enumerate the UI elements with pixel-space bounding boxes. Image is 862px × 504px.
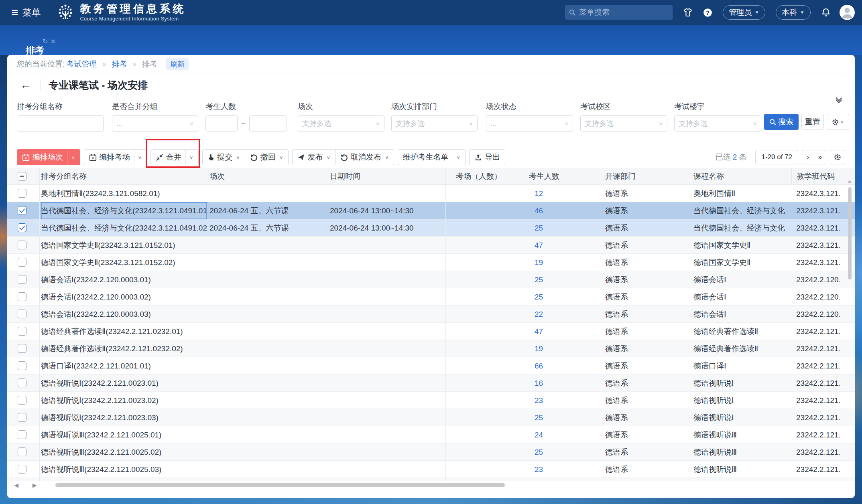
table-row[interactable]: 当代德国社会、经济与文化(23242.3.121.0491.02)2024-06… — [7, 219, 855, 237]
column-header-datetime[interactable]: 日期时间 — [330, 168, 445, 185]
breadcrumb-link-exam-mgmt[interactable]: 考试管理 — [66, 59, 97, 69]
search-button[interactable]: 搜索 — [764, 114, 799, 130]
table-row[interactable]: 德语视听说Ⅲ(23242.2.121.0025.01)24德语系德语视听说Ⅲ23… — [7, 426, 855, 443]
table-row[interactable]: 德语视听说Ⅰ(23242.2.121.0023.01)16德语系德语视听说Ⅰ23… — [7, 374, 855, 392]
column-header-session[interactable]: 场次 — [209, 168, 328, 185]
row-checkbox[interactable] — [18, 396, 26, 405]
toolbar-button-3[interactable]: 合并∨ — [150, 149, 199, 165]
table-row[interactable]: 德语会话Ⅰ(23242.2.120.0003.03)22德语系德语会话Ⅰ2324… — [7, 306, 855, 323]
cell-students[interactable]: 66 — [529, 357, 604, 374]
row-checkbox[interactable] — [18, 430, 26, 439]
toolbar-button-7[interactable]: 取消发布∨ — [335, 149, 394, 165]
table-row[interactable]: 德语视听说Ⅲ(23242.2.121.0025.02)25德语系德语视听说Ⅲ23… — [7, 443, 855, 461]
filter-input[interactable] — [17, 115, 104, 132]
tab-close-icon[interactable]: ✕ — [50, 38, 55, 45]
filter-min-input[interactable] — [205, 115, 238, 132]
cell-students[interactable]: 19 — [529, 340, 604, 357]
cell-students[interactable]: 24 — [529, 426, 604, 443]
toolbar-button-4[interactable]: 提交∨ — [202, 149, 246, 165]
column-header-course[interactable]: 课程名称 — [693, 168, 795, 185]
horizontal-scrollbar-thumb[interactable] — [55, 483, 505, 487]
cell-students[interactable]: 23 — [529, 392, 604, 409]
column-header-students[interactable]: 考生人数 — [529, 168, 604, 185]
user-avatar[interactable] — [840, 5, 855, 20]
row-checkbox[interactable] — [18, 292, 26, 301]
menu-label[interactable]: 菜单 — [22, 6, 41, 19]
refresh-button[interactable]: 刷新 — [166, 58, 189, 70]
toolbar-button-2[interactable]: 编排考场∨ — [84, 149, 147, 165]
chevron-down-icon[interactable]: ∨ — [457, 155, 461, 159]
cell-students[interactable]: 12 — [529, 185, 604, 202]
level-switcher[interactable]: 本科▼ — [776, 5, 811, 20]
cell-students[interactable]: 25 — [529, 288, 604, 306]
row-checkbox[interactable] — [18, 223, 26, 232]
column-header-room[interactable]: 考场（人数） — [456, 168, 527, 185]
cell-students[interactable]: 23 — [529, 461, 604, 478]
toolbar-button-6[interactable]: 发布∨ — [292, 149, 336, 165]
row-checkbox[interactable] — [18, 275, 26, 284]
chevron-down-icon[interactable]: ∨ — [138, 155, 142, 159]
toolbar-button-9[interactable]: 导出 — [469, 149, 505, 165]
row-checkbox[interactable] — [18, 206, 26, 215]
back-arrow-icon[interactable]: ← — [20, 79, 31, 91]
row-checkbox[interactable] — [18, 241, 26, 249]
filter-select[interactable]: 支持多选∨ — [674, 115, 761, 132]
notification-bell-icon[interactable] — [821, 8, 831, 17]
cell-students[interactable]: 25 — [529, 409, 604, 426]
table-row[interactable]: 德语国家文学史Ⅱ(23242.3.121.0152.01)47德语系德语国家文学… — [7, 237, 855, 254]
table-row[interactable]: 德语会话Ⅰ(23242.2.120.0003.01)25德语系德语会话Ⅰ2324… — [7, 271, 855, 288]
row-checkbox[interactable] — [18, 361, 26, 370]
filter-select[interactable]: 支持多选∨ — [391, 115, 478, 132]
filter-settings-button[interactable]: ∨ — [827, 114, 849, 130]
scroll-up-arrow[interactable] — [847, 180, 852, 183]
cell-students[interactable]: 25 — [529, 219, 604, 237]
cell-students[interactable]: 47 — [529, 237, 604, 254]
row-checkbox[interactable] — [18, 310, 26, 318]
reset-button[interactable]: 重置 — [801, 114, 824, 130]
cell-students[interactable]: 22 — [529, 306, 604, 323]
filter-select[interactable]: ...∨ — [112, 115, 198, 132]
table-row[interactable]: 德语口译Ⅰ(23242.2.121.0201.01)66德语系德语口译Ⅰ2324… — [7, 357, 855, 374]
filter-select[interactable]: ...∨ — [486, 115, 573, 132]
scroll-left-icon[interactable]: ◀ — [14, 482, 18, 488]
row-checkbox[interactable] — [18, 189, 26, 198]
cell-students[interactable]: 46 — [529, 202, 604, 219]
select-all-checkbox[interactable] — [18, 172, 26, 181]
table-row[interactable]: 德语视听说Ⅰ(23242.2.121.0023.02)23德语系德语视听说Ⅰ23… — [7, 392, 855, 409]
scroll-right-icon[interactable]: ▶ — [33, 482, 37, 488]
next-page-button[interactable]: › — [802, 150, 814, 164]
breadcrumb-link-paikao[interactable]: 排考 — [112, 59, 127, 69]
cell-students[interactable]: 25 — [529, 271, 604, 288]
cell-students[interactable]: 19 — [529, 254, 604, 271]
row-checkbox[interactable] — [18, 344, 26, 353]
row-checkbox[interactable] — [18, 465, 26, 474]
row-checkbox[interactable] — [18, 413, 26, 422]
toolbar-button-5[interactable]: 撤回∨ — [245, 149, 289, 165]
chevron-down-icon[interactable]: ∨ — [327, 155, 331, 159]
filter-select[interactable]: 支持多选∨ — [298, 115, 384, 132]
table-row[interactable]: 德语国家文学史Ⅱ(23242.3.121.0152.02)19德语系德语国家文学… — [7, 254, 855, 271]
hamburger-menu-icon[interactable]: ≡ — [11, 6, 18, 18]
toolbar-button-8[interactable]: 维护考生名单∨ — [398, 149, 466, 165]
row-checkbox[interactable] — [18, 447, 26, 456]
table-row[interactable]: 德语经典著作选读Ⅱ(23242.2.121.0232.01)47德语系德语经典著… — [7, 323, 855, 340]
role-switcher[interactable]: 管理员▼ — [723, 5, 765, 20]
table-row[interactable]: 德语视听说Ⅲ(23242.2.121.0025.03)23德语系德语视听说Ⅲ23… — [7, 461, 855, 478]
table-row[interactable]: 德语视听说Ⅰ(23242.2.121.0023.03)25德语系德语视听说Ⅰ23… — [7, 409, 855, 426]
row-checkbox[interactable] — [18, 327, 26, 336]
filter-max-input[interactable] — [249, 115, 287, 132]
theme-shirt-icon[interactable] — [683, 8, 693, 17]
toolbar-button-1[interactable]: 编排场次∨ — [17, 149, 80, 165]
table-row[interactable]: 当代德国社会、经济与文化(23242.3.121.0491.01)2024-06… — [7, 202, 855, 219]
chevron-down-icon[interactable]: ∨ — [385, 155, 389, 159]
table-row[interactable]: 德语经典著作选读Ⅱ(23242.2.121.0232.02)19德语系德语经典著… — [7, 340, 855, 357]
last-page-button[interactable]: » — [814, 150, 826, 164]
table-settings-button[interactable] — [830, 150, 845, 164]
cell-students[interactable]: 25 — [529, 443, 604, 461]
column-header-dept[interactable]: 开课部门 — [605, 168, 692, 185]
table-row[interactable]: 奥地利国情Ⅱ(23242.3.121.0582.01)12德语系奥地利国情Ⅱ23… — [7, 185, 855, 202]
chevron-down-icon[interactable]: ∨ — [279, 155, 283, 159]
row-checkbox[interactable] — [18, 379, 26, 387]
table-row[interactable]: 德语会话Ⅰ(23242.2.120.0003.02)25德语系德语会话Ⅰ2324… — [7, 288, 855, 306]
chevron-down-icon[interactable]: ∨ — [236, 155, 240, 159]
